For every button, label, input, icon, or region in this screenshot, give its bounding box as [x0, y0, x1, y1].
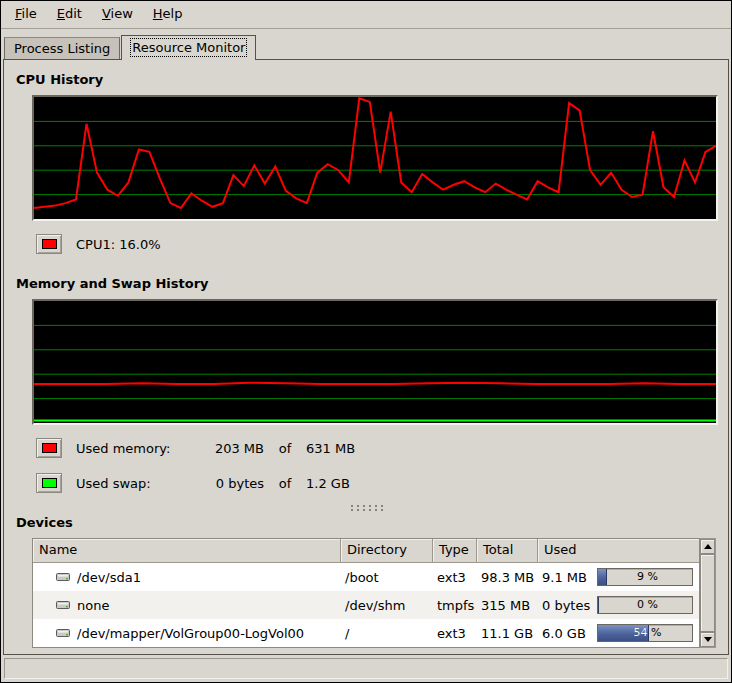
device-type: ext3: [433, 570, 477, 585]
device-type: tmpfs: [433, 598, 477, 613]
swap-of-label: of: [264, 476, 306, 491]
device-directory: /: [341, 626, 433, 641]
usage-percent-label: 9 %: [598, 569, 696, 585]
device-total: 315 MB: [477, 598, 538, 613]
drive-icon: [55, 569, 71, 585]
device-type: ext3: [433, 626, 477, 641]
swap-legend-swatch: [36, 473, 62, 493]
column-header-directory[interactable]: Directory: [341, 539, 433, 563]
device-used: 9.1 MB: [542, 570, 597, 585]
memory-legend-row: Used memory: 203 MB of 631 MB: [36, 436, 716, 460]
device-row-none[interactable]: none /dev/shm tmpfs 315 MB 0 bytes 0 % 0…: [33, 591, 699, 619]
cpu-color-swatch: [42, 239, 57, 249]
usage-progressbar: 54 % 54 %: [597, 624, 693, 642]
grip-dots-icon: [349, 504, 383, 511]
device-row-sda1[interactable]: /dev/sda1 /boot ext3 98.3 MB 9.1 MB 9 % …: [33, 563, 699, 591]
cpu-legend: CPU1: 16.0%: [36, 232, 716, 256]
cpu-legend-swatch: [36, 234, 62, 254]
usage-percent-label: 0 %: [598, 597, 696, 613]
memory-graph-canvas: [34, 301, 716, 423]
swap-used-value: 0 bytes: [198, 476, 264, 491]
memory-legend-label: Used memory:: [76, 441, 198, 456]
memory-legend-swatch: [36, 438, 62, 458]
memory-used-value: 203 MB: [198, 441, 264, 456]
devices-scrollbar: [700, 538, 716, 648]
usage-progressbar: 9 % 9 %: [597, 568, 693, 586]
menu-help[interactable]: Help: [143, 1, 193, 28]
resource-monitor-page: CPU History CPU1: 16.0% Memory and Swap …: [3, 59, 729, 655]
scroll-down-button[interactable]: [700, 632, 715, 647]
pane-resize-grip[interactable]: [16, 501, 716, 513]
memory-swap-graph: [32, 299, 718, 425]
swap-legend-label: Used swap:: [76, 476, 198, 491]
scroll-up-button[interactable]: [700, 539, 715, 554]
memory-color-swatch: [42, 443, 57, 453]
column-header-used[interactable]: Used: [538, 539, 699, 563]
scrollbar-thumb[interactable]: [700, 554, 715, 632]
device-total: 11.1 GB: [477, 626, 538, 641]
swap-total-value: 1.2 GB: [306, 476, 350, 491]
tab-resource-monitor[interactable]: Resource Monitor: [121, 35, 256, 60]
menu-view[interactable]: View: [92, 1, 143, 28]
device-total: 98.3 MB: [477, 570, 538, 585]
drive-icon: [55, 625, 71, 641]
arrow-up-icon: [704, 544, 712, 549]
swap-color-swatch: [42, 478, 57, 488]
column-header-type[interactable]: Type: [433, 539, 477, 563]
swap-legend-row: Used swap: 0 bytes of 1.2 GB: [36, 471, 716, 495]
device-directory: /boot: [341, 570, 433, 585]
drive-icon: [55, 597, 71, 613]
device-used: 6.0 GB: [542, 626, 597, 641]
cpu-graph-canvas: [34, 97, 716, 219]
memory-history-title: Memory and Swap History: [16, 276, 716, 291]
system-monitor-window: File Edit View Help Process Listing Reso…: [0, 0, 732, 683]
device-name: /dev/mapper/VolGroup00-LogVol00: [77, 626, 304, 641]
device-row-volgroup[interactable]: /dev/mapper/VolGroup00-LogVol00 / ext3 1…: [33, 619, 699, 647]
tab-strip: Process Listing Resource Monitor: [1, 29, 731, 59]
memory-total-value: 631 MB: [306, 441, 355, 456]
usage-progressbar: 0 % 0 %: [597, 596, 693, 614]
memory-of-label: of: [264, 441, 306, 456]
cpu-history-graph: [32, 95, 718, 221]
devices-table: Name Directory Type Total Used /dev/sda1…: [32, 538, 700, 648]
column-header-name[interactable]: Name: [33, 539, 341, 563]
device-directory: /dev/shm: [341, 598, 433, 613]
devices-title: Devices: [16, 515, 716, 530]
statusbar: [4, 658, 728, 679]
menu-file[interactable]: File: [5, 1, 47, 28]
arrow-down-icon: [704, 637, 712, 642]
tab-process-listing[interactable]: Process Listing: [4, 37, 120, 59]
column-header-total[interactable]: Total: [477, 539, 538, 563]
device-name: /dev/sda1: [77, 570, 141, 585]
devices-table-header: Name Directory Type Total Used: [33, 539, 699, 563]
cpu-legend-label: CPU1: 16.0%: [76, 237, 161, 252]
cpu-history-title: CPU History: [16, 72, 716, 87]
device-name: none: [77, 598, 109, 613]
menu-edit[interactable]: Edit: [47, 1, 92, 28]
device-used: 0 bytes: [542, 598, 597, 613]
menubar: File Edit View Help: [1, 1, 731, 29]
devices-table-area: Name Directory Type Total Used /dev/sda1…: [32, 538, 716, 648]
